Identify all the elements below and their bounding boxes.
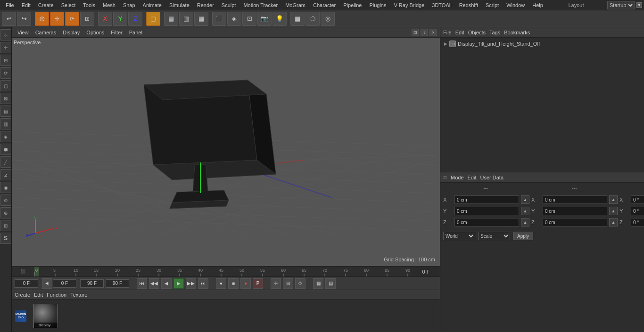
objects-menu-objects[interactable]: Objects	[468, 30, 486, 35]
play-forward-button[interactable]: ▶	[173, 278, 184, 289]
vp-maximize-icon[interactable]: ⊡	[412, 29, 419, 36]
apply-button[interactable]: Apply	[513, 232, 533, 240]
auto-key-button[interactable]: P	[253, 278, 263, 289]
redo-button[interactable]: ↪	[17, 12, 31, 26]
frame-start-input[interactable]	[53, 279, 76, 288]
poly-button[interactable]: ◈	[227, 12, 241, 26]
loop-button[interactable]: ●	[216, 278, 226, 289]
rotate-mode-button[interactable]: ⟳	[295, 278, 305, 289]
attr-y1-input[interactable]	[454, 207, 519, 215]
floor-button[interactable]: ⬡	[305, 12, 320, 26]
magnet-button[interactable]: ⊙	[0, 194, 11, 206]
interactive-render-button[interactable]: ▥	[179, 12, 193, 26]
bevel-button[interactable]: ▥	[0, 118, 11, 130]
attr-z1-input[interactable]	[454, 218, 519, 227]
step-back-button[interactable]: ◀◀	[149, 278, 159, 289]
scale-button[interactable]: ⊟	[0, 55, 11, 66]
render-region-button[interactable]: ▤	[164, 12, 178, 26]
bridge-button[interactable]: ⬢	[0, 144, 11, 155]
undo-button[interactable]: ↩	[2, 12, 16, 26]
s-button[interactable]: S	[0, 233, 11, 244]
attr-section-dash-1[interactable]: ---	[443, 186, 528, 191]
vp-restore-icon[interactable]: ↕	[421, 29, 428, 36]
menu-help[interactable]: Help	[528, 1, 547, 9]
x-axis-button[interactable]: X	[98, 12, 112, 26]
knife-button[interactable]: ◈	[0, 131, 11, 142]
attr-menu-mode[interactable]: Mode	[451, 175, 464, 180]
vp-close-icon[interactable]: ×	[429, 29, 437, 36]
vp-menu-display[interactable]: Display	[60, 29, 83, 36]
attr-z1-arrow-up[interactable]: ▲	[521, 218, 529, 227]
camera-button[interactable]: 📷	[257, 12, 272, 26]
smooth-button[interactable]: ⊕	[0, 207, 11, 219]
spline-button[interactable]: ⊿	[0, 169, 11, 180]
jump-end-button[interactable]: ⏭	[198, 278, 208, 289]
menu-edit[interactable]: Edit	[18, 1, 34, 9]
menu-tools[interactable]: Tools	[79, 1, 99, 9]
attr-section-dash-2[interactable]: ---	[532, 186, 617, 191]
attr-z3-input[interactable]	[631, 218, 644, 227]
attr-x2-arrow-up[interactable]: ▲	[609, 195, 618, 204]
menu-script[interactable]: Script	[482, 1, 503, 9]
vp-menu-cameras[interactable]: Cameras	[33, 29, 59, 36]
material-thumbnail[interactable]: display_	[33, 304, 58, 328]
render-preview-button[interactable]: ▤	[325, 278, 336, 289]
mat-menu-function[interactable]: Function	[47, 292, 66, 298]
world-select[interactable]: World	[443, 232, 475, 240]
mat-menu-edit[interactable]: Edit	[34, 292, 43, 298]
layout-select[interactable]: Startup	[607, 1, 635, 9]
rotate-tool-button[interactable]: ⟳	[65, 12, 79, 26]
menu-animate[interactable]: Animate	[139, 1, 165, 9]
jump-start-button[interactable]: ⏮	[137, 278, 147, 289]
vp-menu-options[interactable]: Options	[83, 29, 107, 36]
menu-simulate[interactable]: Simulate	[165, 1, 193, 9]
timeline-ruler[interactable]: 0 5 10 15 20 25 30 35 40	[34, 267, 412, 277]
play-back-button[interactable]: ◀	[161, 278, 172, 289]
menu-character[interactable]: Character	[309, 1, 339, 9]
menu-plugins[interactable]: Plugins	[365, 1, 390, 9]
snorkel-button[interactable]: ⊞	[0, 220, 11, 231]
box-tool-button[interactable]: ▢	[146, 12, 160, 26]
object-row-display[interactable]: ▶ L0 Display_Tilt_and_Height_Stand_Off ●…	[442, 40, 644, 48]
objects-menu-bookmarks[interactable]: Bookmarks	[504, 30, 530, 35]
menu-vray[interactable]: V-Ray Bridge	[390, 1, 428, 9]
attr-z2-input[interactable]	[543, 218, 607, 227]
attr-y3-input[interactable]	[631, 207, 644, 215]
scale-mode-button[interactable]: ⊟	[283, 278, 293, 289]
move-tool-button[interactable]: ⊕	[35, 12, 49, 26]
menu-pipeline[interactable]: Pipeline	[339, 1, 365, 9]
menu-3dtall[interactable]: 3DTOAll	[428, 1, 455, 9]
step-forward-button[interactable]: ▶▶	[186, 278, 196, 289]
iron-button[interactable]: ╱	[0, 156, 11, 168]
record-button[interactable]: ●	[240, 278, 251, 289]
vp-menu-panel[interactable]: Panel	[126, 29, 145, 36]
rotate-button[interactable]: ⟳	[0, 67, 11, 79]
z-axis-button[interactable]: Z	[128, 12, 142, 26]
frame-prev-btn[interactable]: ◀|	[42, 278, 52, 289]
frame-display[interactable]: 0 F	[412, 267, 440, 277]
extrude-button[interactable]: ▤	[0, 105, 11, 117]
attr-menu-userdata[interactable]: User Data	[480, 175, 504, 180]
brush-button[interactable]: ◉	[0, 182, 11, 193]
grid-button[interactable]: ▦	[290, 12, 305, 26]
layout-arrow-icon[interactable]: ▾	[636, 2, 642, 8]
menu-snap[interactable]: Snap	[119, 1, 139, 9]
poly-select-button[interactable]: ▢	[0, 80, 11, 91]
cube-view-button[interactable]: ⬛	[212, 12, 226, 26]
lamp-button[interactable]: 💡	[272, 12, 287, 26]
menu-file[interactable]: File	[2, 1, 18, 9]
keyframe-grid-button[interactable]: ▦	[313, 278, 323, 289]
objects-menu-edit[interactable]: Edit	[455, 30, 464, 35]
attr-menu-edit[interactable]: Edit	[468, 175, 477, 180]
viewport-3d[interactable]: Perspective	[12, 38, 440, 266]
mat-menu-texture[interactable]: Texture	[70, 292, 87, 298]
menu-create[interactable]: Create	[34, 1, 58, 9]
scale-tool-button[interactable]: ✛	[50, 12, 64, 26]
light-button[interactable]: ⊡	[242, 12, 256, 26]
move-button[interactable]: ✛	[0, 42, 11, 53]
select-tool-button[interactable]: ⊹	[0, 29, 11, 40]
attr-y1-arrow-up[interactable]: ▲	[521, 207, 529, 215]
attr-x1-input[interactable]	[454, 195, 519, 204]
attr-y2-arrow-up[interactable]: ▲	[609, 207, 618, 215]
current-frame-input[interactable]	[15, 279, 38, 288]
